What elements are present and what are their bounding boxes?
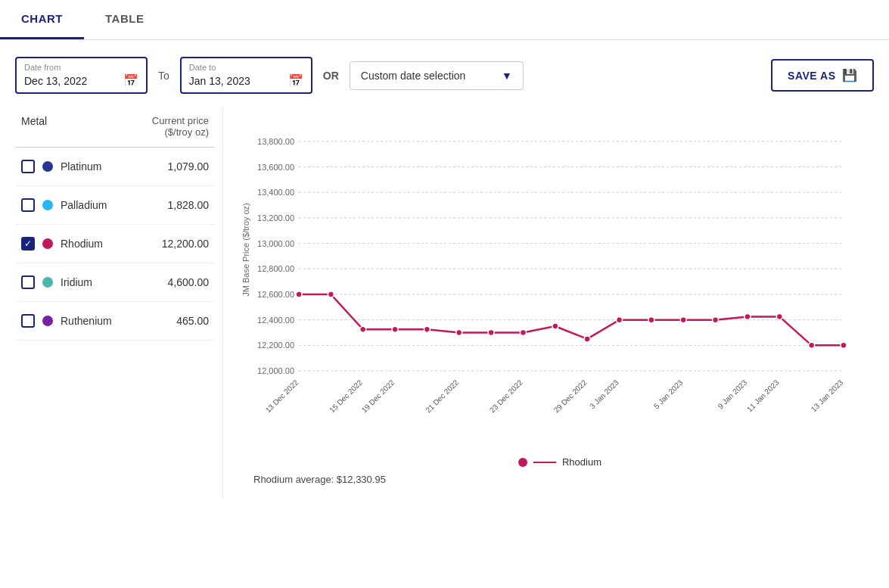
date-to-label: Date to <box>189 63 303 72</box>
calendar-to-icon[interactable]: 📅 <box>288 73 303 88</box>
svg-text:12,400.00: 12,400.00 <box>257 316 294 325</box>
date-from-field[interactable]: Date from Dec 13, 2022 📅 <box>15 57 148 94</box>
svg-point-24 <box>392 326 398 332</box>
metal-rows: Platinum1,079.00Palladium1,828.00Rhodium… <box>15 148 215 341</box>
or-label: OR <box>323 70 339 82</box>
metal-checkbox-ruthenium[interactable] <box>21 314 35 328</box>
svg-text:9 Jan 2023: 9 Jan 2023 <box>716 378 749 410</box>
header-metal: Metal <box>21 115 47 138</box>
svg-point-30 <box>584 336 590 342</box>
svg-text:12,800.00: 12,800.00 <box>257 264 294 273</box>
metal-row: Iridium4,600.00 <box>15 263 215 302</box>
metal-name: Ruthenium <box>61 315 148 327</box>
svg-text:13,400.00: 13,400.00 <box>257 188 294 197</box>
tabs-container: CHART TABLE <box>0 0 889 40</box>
metal-color-dot <box>42 316 53 326</box>
to-label: To <box>158 70 169 82</box>
svg-text:JM Base Price ($/troy oz): JM Base Price ($/troy oz) <box>241 203 250 296</box>
metal-name: Rhodium <box>61 238 148 250</box>
svg-text:5 Jan 2023: 5 Jan 2023 <box>652 378 685 410</box>
svg-point-28 <box>520 329 526 335</box>
svg-text:3 Jan 2023: 3 Jan 2023 <box>588 378 620 410</box>
svg-point-32 <box>648 317 654 323</box>
custom-date-select[interactable]: Custom date selection ▼ <box>350 61 524 90</box>
svg-point-35 <box>744 313 751 319</box>
svg-point-33 <box>680 317 686 323</box>
metal-color-dot <box>42 161 53 172</box>
svg-point-21 <box>296 291 302 297</box>
svg-point-31 <box>617 317 623 323</box>
metal-checkbox-palladium[interactable] <box>21 198 35 212</box>
svg-text:13,200.00: 13,200.00 <box>257 213 294 222</box>
save-icon: 💾 <box>842 68 858 82</box>
metal-name: Palladium <box>61 199 148 211</box>
metal-price: 4,600.00 <box>156 276 209 288</box>
date-from-value: Dec 13, 2022 <box>24 75 87 87</box>
metal-price: 12,200.00 <box>156 238 209 250</box>
svg-text:12,600.00: 12,600.00 <box>257 290 294 299</box>
rhodium-average: Rhodium average: $12,330.95 <box>238 468 881 491</box>
date-from-label: Date from <box>24 63 138 72</box>
metal-name: Iridium <box>61 276 148 288</box>
svg-point-37 <box>809 342 815 348</box>
svg-point-26 <box>456 329 462 335</box>
svg-text:19 Dec 2022: 19 Dec 2022 <box>360 378 396 414</box>
svg-text:13,800.00: 13,800.00 <box>257 137 294 146</box>
metal-price: 1,828.00 <box>156 199 209 211</box>
save-as-button[interactable]: SAVE AS 💾 <box>771 59 874 92</box>
svg-point-22 <box>328 291 334 297</box>
metal-color-dot <box>42 277 53 288</box>
metal-color-dot <box>42 200 53 210</box>
svg-text:12,000.00: 12,000.00 <box>257 366 294 375</box>
chart-container: 13,800.0013,600.0013,400.0013,200.0013,0… <box>238 114 881 449</box>
tab-table[interactable]: TABLE <box>84 0 165 39</box>
legend-label-rhodium: Rhodium <box>562 456 601 468</box>
metal-row: Palladium1,828.00 <box>15 186 215 225</box>
metal-price: 1,079.00 <box>156 160 209 173</box>
svg-text:15 Dec 2022: 15 Dec 2022 <box>328 378 364 414</box>
custom-date-select-value: Custom date selection <box>361 70 466 82</box>
svg-text:13,600.00: 13,600.00 <box>257 163 294 172</box>
svg-text:13 Dec 2022: 13 Dec 2022 <box>264 378 300 414</box>
metal-checkbox-iridium[interactable] <box>21 275 35 289</box>
svg-point-23 <box>360 326 366 332</box>
svg-point-27 <box>488 329 494 335</box>
date-to-field[interactable]: Date to Jan 13, 2023 📅 <box>180 57 312 94</box>
svg-text:29 Dec 2022: 29 Dec 2022 <box>552 378 589 414</box>
main-content: Metal Current price ($/troy oz) Platinum… <box>0 106 889 514</box>
metal-row: Ruthenium465.00 <box>15 302 215 341</box>
metal-checkbox-rhodium[interactable] <box>21 237 35 250</box>
metal-row: Rhodium12,200.00 <box>15 225 215 263</box>
chart-legend: Rhodium <box>238 456 881 468</box>
tab-chart[interactable]: CHART <box>0 0 84 39</box>
metal-name: Platinum <box>61 160 148 173</box>
chart-area: 13,800.0013,600.0013,400.0013,200.0013,0… <box>223 106 889 499</box>
chevron-down-icon: ▼ <box>502 70 512 82</box>
svg-text:11 Jan 2023: 11 Jan 2023 <box>745 378 781 413</box>
legend-dot-rhodium <box>518 458 527 467</box>
save-as-label: SAVE AS <box>788 70 835 82</box>
svg-text:13 Jan 2023: 13 Jan 2023 <box>810 378 845 413</box>
header-price: Current price ($/troy oz) <box>152 115 209 138</box>
svg-point-38 <box>841 342 847 348</box>
svg-text:23 Dec 2022: 23 Dec 2022 <box>488 378 524 414</box>
metal-row: Platinum1,079.00 <box>15 148 215 186</box>
svg-point-36 <box>776 313 782 319</box>
svg-text:21 Dec 2022: 21 Dec 2022 <box>424 378 460 414</box>
metal-table: Metal Current price ($/troy oz) Platinum… <box>15 106 223 499</box>
metal-color-dot <box>42 238 53 249</box>
svg-point-34 <box>713 317 719 323</box>
price-chart: 13,800.0013,600.0013,400.0013,200.0013,0… <box>238 114 859 446</box>
metal-price: 465.00 <box>156 315 209 327</box>
svg-point-29 <box>552 323 558 329</box>
calendar-from-icon[interactable]: 📅 <box>123 73 138 88</box>
svg-text:13,000.00: 13,000.00 <box>257 239 294 248</box>
svg-point-25 <box>424 326 430 332</box>
date-to-value: Jan 13, 2023 <box>189 75 250 87</box>
svg-text:12,200.00: 12,200.00 <box>257 341 294 350</box>
metal-checkbox-platinum[interactable] <box>21 160 35 173</box>
metal-table-header: Metal Current price ($/troy oz) <box>15 106 215 148</box>
controls-row: Date from Dec 13, 2022 📅 To Date to Jan … <box>0 40 889 106</box>
legend-line-rhodium <box>533 462 556 463</box>
